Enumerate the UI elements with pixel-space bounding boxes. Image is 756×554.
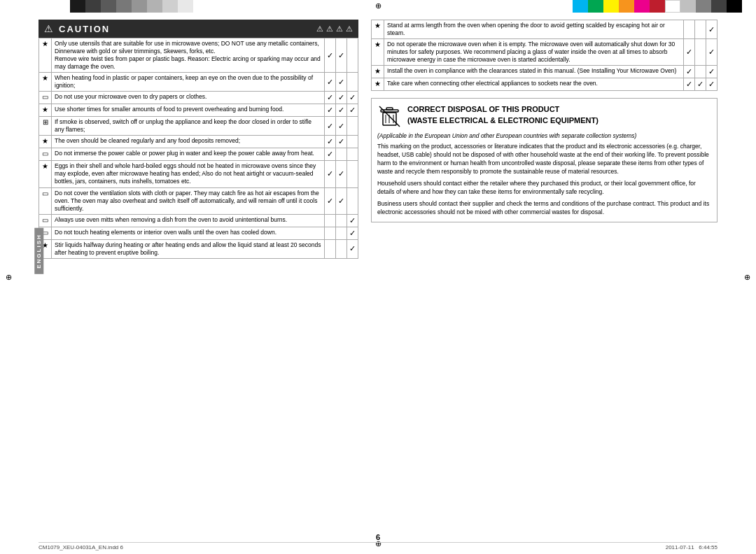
row-text-cell: Do not immerse the power cable or power … — [52, 148, 325, 161]
color-swatch-orange — [619, 0, 634, 13]
disposal-para2: Household users should contact either th… — [377, 180, 711, 197]
color-swatch-8 — [178, 0, 193, 13]
reg-mark-left: ⊕ — [6, 273, 12, 282]
color-swatch-4 — [116, 0, 132, 13]
color-swatch-yellow — [603, 0, 619, 13]
check-cell-2 — [695, 39, 706, 66]
table-row: ▭ Always use oven mitts when removing a … — [39, 214, 358, 227]
check-cell-3: ✓ — [706, 66, 718, 78]
check-cell-3 — [346, 136, 358, 148]
table-row: ★ Eggs in their shell and whole hard-boi… — [39, 161, 358, 187]
color-bar-right — [573, 0, 742, 13]
color-swatch-7 — [162, 0, 178, 13]
disposal-subtitle: (Applicable in the European Union and ot… — [377, 132, 711, 140]
caution-header-icons: ⚠ ⚠ ⚠ ⚠ — [316, 24, 353, 34]
check-cell-1: ✓ — [324, 92, 335, 104]
disposal-title-block: CORRECT DISPOSAL OF THIS PRODUCT (WASTE … — [407, 104, 598, 126]
caution-header: ⚠ CAUTION ⚠ ⚠ ⚠ ⚠ — [38, 20, 358, 38]
color-swatch-gray — [696, 0, 711, 13]
check-cell-2: ✓ — [335, 187, 346, 214]
check-cell-3: ✓ — [346, 227, 358, 239]
caution-warning-icon: ⚠ — [44, 23, 53, 34]
check-cell-3 — [346, 148, 358, 161]
caution-title: CAUTION — [59, 24, 110, 34]
disposal-title-line1: CORRECT DISPOSAL OF THIS PRODUCT — [407, 104, 598, 115]
english-sidebar-label: ENGLISH — [34, 228, 43, 274]
check-cell-2: ✓ — [335, 117, 346, 136]
table-row: ⊞ If smoke is observed, switch off or un… — [39, 117, 358, 136]
check-cell-2: ✓ — [335, 161, 346, 187]
check-cell-1: ✓ — [324, 117, 335, 136]
color-swatch-1 — [70, 0, 85, 13]
disposal-svg-icon — [377, 104, 402, 129]
caution-table: ★ Only use utensils that are suitable fo… — [38, 38, 358, 259]
row-icon-cell: ★ — [371, 39, 384, 66]
caution-icon-3: ⚠ — [336, 24, 343, 34]
color-swatch-3 — [101, 0, 116, 13]
row-text-cell: The oven should be cleaned regularly and… — [52, 136, 325, 148]
color-bar-left — [70, 0, 193, 13]
check-cell-2: ✓ — [695, 78, 706, 91]
check-cell-3: ✓ — [706, 20, 718, 39]
color-swatch-2 — [85, 0, 101, 13]
check-cell-3 — [346, 73, 358, 92]
table-row: ▭ Do not cover the ventilation slots wit… — [39, 187, 358, 214]
table-row: ▭ Do not use your microwave oven to dry … — [39, 92, 358, 104]
table-row: ★ Do not operate the microwave oven when… — [371, 39, 717, 66]
two-column-layout: ENGLISH ⚠ CAUTION ⚠ ⚠ ⚠ ⚠ ★ Only u — [38, 20, 718, 534]
row-icon-cell: ★ — [39, 136, 52, 148]
check-cell-2 — [695, 66, 706, 78]
color-swatch-cyan — [573, 0, 588, 13]
check-cell-1: ✓ — [324, 148, 335, 161]
caution-icon-4: ⚠ — [346, 24, 353, 34]
svg-rect-2 — [386, 108, 393, 110]
check-cell-1: ✓ — [684, 66, 695, 78]
color-swatch-magenta — [634, 0, 650, 13]
table-row: ★ Stand at arms length from the oven whe… — [371, 20, 717, 39]
check-cell-2: ✓ — [335, 92, 346, 104]
row-text-cell: Do not use your microwave oven to dry pa… — [52, 92, 325, 104]
row-icon-cell: ▭ — [39, 92, 52, 104]
row-icon-cell: ★ — [371, 20, 384, 39]
row-icon-cell: ▭ — [39, 187, 52, 214]
color-swatch-5 — [132, 0, 147, 13]
color-swatch-6 — [147, 0, 162, 13]
disposal-para1: This marking on the product, accessories… — [377, 143, 711, 176]
caution-icon-1: ⚠ — [316, 24, 323, 34]
check-cell-3 — [346, 38, 358, 73]
row-icon-cell: ★ — [371, 78, 384, 91]
row-icon-cell: ▭ — [39, 148, 52, 161]
row-text-cell: Stir liquids halfway during heating or a… — [52, 239, 325, 258]
row-text-cell: Always use oven mitts when removing a di… — [52, 214, 325, 227]
check-cell-2: ✓ — [335, 136, 346, 148]
check-cell-1: ✓ — [324, 161, 335, 187]
check-cell-1: ✓ — [324, 73, 335, 92]
check-cell-3 — [346, 117, 358, 136]
check-cell-2 — [335, 227, 346, 239]
check-cell-3 — [346, 187, 358, 214]
row-icon-cell: ⊞ — [39, 117, 52, 136]
table-row: ★ Use shorter times for smaller amounts … — [39, 104, 358, 117]
check-cell-1: ✓ — [324, 136, 335, 148]
check-cell-3 — [346, 161, 358, 187]
disposal-title-line2: (WASTE ELECTRICAL & ELECTRONIC EQUIPMENT… — [407, 115, 598, 126]
row-text-cell: Install the oven in compliance with the … — [384, 66, 683, 78]
check-cell-1 — [684, 20, 695, 39]
row-text-cell: Use shorter times for smaller amounts of… — [52, 104, 325, 117]
right-safety-table: ★ Stand at arms length from the oven whe… — [371, 20, 718, 91]
table-row: ★ Take care when connecting other electr… — [371, 78, 717, 91]
check-cell-3: ✓ — [346, 214, 358, 227]
row-text-cell: Eggs in their shell and whole hard-boile… — [52, 161, 325, 187]
check-cell-1 — [324, 227, 335, 239]
table-row: ★ Install the oven in compliance with th… — [371, 66, 717, 78]
table-row: ★ Stir liquids halfway during heating or… — [39, 239, 358, 258]
row-icon-cell: ★ — [39, 38, 52, 73]
row-text-cell: Take care when connecting other electric… — [384, 78, 683, 91]
check-cell-1 — [324, 214, 335, 227]
row-text-cell: When heating food in plastic or paper co… — [52, 73, 325, 92]
row-text-cell: Only use utensils that are suitable for … — [52, 38, 325, 73]
footer-file-info: CM1079_XEU-04031A_EN.indd 6 — [38, 544, 123, 551]
row-icon-cell: ▭ — [39, 214, 52, 227]
check-cell-1 — [324, 239, 335, 258]
check-cell-2: ✓ — [335, 38, 346, 73]
